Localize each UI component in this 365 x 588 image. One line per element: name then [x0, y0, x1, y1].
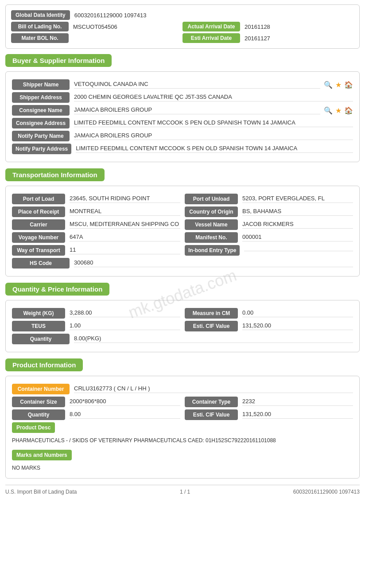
teus-cif-row: TEUS 1.00 Esti. CIF Value 131,520.00: [12, 321, 353, 331]
container-size-half: Container Size 2000*806*800: [12, 397, 180, 407]
transportation-card: Port of Load 23645, SOUTH RIDING POINT P…: [5, 186, 360, 276]
teus-label: TEUS: [12, 321, 65, 331]
notify-party-address-label: Notify Party Address: [12, 144, 71, 154]
quantity-label: Quantity: [12, 334, 70, 344]
product-qty-label: Quantity: [12, 409, 65, 420]
manifest-no-label: Manifest No.: [185, 232, 238, 243]
product-cif-value: 131,520.00: [242, 411, 353, 419]
consignee-search-icon[interactable]: 🔍: [324, 106, 333, 115]
esti-arrival-value: 20161127: [245, 35, 354, 42]
port-of-load-label: Port of Load: [12, 194, 65, 204]
way-of-transport-value: 11: [70, 246, 180, 254]
weight-half: Weight (KG) 3,288.00: [12, 308, 180, 319]
home-icon[interactable]: 🏠: [344, 81, 353, 89]
transportation-header: Transportation Information: [5, 168, 105, 181]
in-bond-half: In-bond Entry Type: [185, 245, 353, 256]
consignee-star-icon[interactable]: ★: [335, 106, 342, 115]
buyer-supplier-card: Shipper Name VETOQUINOL CANADA INC 🔍 ★ 🏠…: [5, 71, 360, 162]
carrier-vessel-row: Carrier MSCU, MEDITERRANEAN SHIPPING CO …: [12, 219, 353, 230]
port-of-unload-label: Port of Unload: [185, 194, 238, 204]
consignee-address-label: Consignee Address: [12, 118, 70, 129]
container-type-label: Container Type: [185, 397, 238, 407]
vessel-name-half: Vessel Name JACOB RICKMERS: [185, 219, 353, 230]
port-row: Port of Load 23645, SOUTH RIDING POINT P…: [12, 194, 353, 204]
footer-center: 1 / 1: [180, 489, 190, 495]
footer-left: U.S. Import Bill of Lading Data: [5, 489, 77, 495]
esti-arrival-label: Esti Arrival Date: [182, 33, 240, 43]
consignee-name-label: Consignee Name: [12, 105, 70, 116]
product-cif-half: Esti. CIF Value 131,520.00: [185, 409, 353, 420]
shipper-name-value: VETOQUINOL CANADA INC: [74, 81, 320, 89]
carrier-half: Carrier MSCU, MEDITERRANEAN SHIPPING CO: [12, 219, 180, 230]
bol-value: MSCUOT054506: [73, 23, 182, 30]
port-of-unload-half: Port of Unload 5203, PORT EVERGLADES, FL: [185, 194, 353, 204]
consignee-address-value: LIMITED FEEDMILL CONTENT MCCOOK S PEN OL…: [74, 119, 353, 127]
product-header: Product Information: [5, 358, 83, 371]
weight-measure-row: Weight (KG) 3,288.00 Measure in CM 0.00: [12, 308, 353, 319]
country-of-origin-half: Country of Origin BS, BAHAMAS: [185, 206, 353, 217]
voyage-number-label: Voyage Number: [12, 232, 65, 243]
product-cif-label: Esti. CIF Value: [185, 409, 238, 420]
product-qty-cif-row: Quantity 8.00 Esti. CIF Value 131,520.00: [12, 409, 353, 420]
vessel-name-value: JACOB RICKMERS: [242, 221, 353, 229]
search-icon[interactable]: 🔍: [324, 81, 333, 89]
vessel-name-label: Vessel Name: [185, 219, 238, 230]
port-of-unload-value: 5203, PORT EVERGLADES, FL: [242, 195, 353, 203]
container-size-label: Container Size: [12, 397, 65, 407]
measure-half: Measure in CM 0.00: [185, 308, 353, 319]
product-section: Product Information Container Number CRL…: [5, 358, 360, 479]
place-of-receipt-value: MONTREAL: [70, 208, 180, 216]
country-of-origin-value: BS, BAHAMAS: [242, 208, 353, 216]
marks-text: NO MARKS: [12, 463, 353, 473]
shipper-name-row: Shipper Name VETOQUINOL CANADA INC 🔍 ★ 🏠: [12, 79, 353, 90]
esti-cif-half: Esti. CIF Value 131,520.00: [185, 321, 353, 331]
consignee-name-value: JAMAICA BROILERS GROUP: [74, 106, 320, 114]
consignee-name-icons: 🔍 ★ 🏠: [324, 106, 353, 115]
consignee-name-row: Consignee Name JAMAICA BROILERS GROUP 🔍 …: [12, 105, 353, 116]
weight-label: Weight (KG): [12, 308, 65, 319]
mater-bol-label: Mater BOL No.: [11, 33, 69, 43]
shipper-address-label: Shipper Address: [12, 92, 70, 103]
country-of-origin-label: Country of Origin: [185, 206, 238, 217]
consignee-home-icon[interactable]: 🏠: [344, 106, 353, 115]
teus-value: 1.00: [70, 322, 180, 330]
place-of-receipt-label: Place of Receipt: [12, 206, 65, 217]
product-qty-value: 8.00: [70, 411, 180, 419]
in-bond-label: In-bond Entry Type: [185, 245, 240, 256]
notify-party-name-label: Notify Party Name: [12, 131, 70, 141]
esti-cif-label: Esti. CIF Value: [185, 321, 238, 331]
product-card: Container Number CRLU3162773 ( CN / L / …: [5, 376, 360, 479]
in-bond-value: [244, 250, 353, 251]
transportation-section: Transportation Information Port of Load …: [5, 168, 360, 276]
receipt-origin-row: Place of Receipt MONTREAL Country of Ori…: [12, 206, 353, 217]
manifest-half: Manifest No. 000001: [185, 232, 353, 243]
global-data-label: Global Data Identity: [11, 10, 70, 20]
buyer-supplier-section: Buyer & Supplier Information Shipper Nam…: [5, 54, 360, 162]
way-of-transport-half: Way of Transport 11: [12, 245, 180, 256]
port-of-load-value: 23645, SOUTH RIDING POINT: [70, 195, 180, 203]
port-of-load-half: Port of Load 23645, SOUTH RIDING POINT: [12, 194, 180, 204]
esti-cif-value: 131,520.00: [242, 322, 353, 330]
product-desc-block: Product Desc PHARMACEUTICALS - / SKIDS O…: [12, 422, 353, 445]
teus-half: TEUS 1.00: [12, 321, 180, 331]
container-number-value: CRLU3162773 ( CN / L / HH ): [74, 385, 353, 393]
product-desc-text: PHARMACEUTICALS - / SKIDS OF VETERINARY …: [12, 436, 353, 445]
mater-bol-row: Mater BOL No. Esti Arrival Date 20161127: [11, 33, 354, 43]
page-wrapper: Global Data Identity 600320161129000 109…: [0, 0, 365, 588]
notify-party-name-row: Notify Party Name JAMAICA BROILERS GROUP: [12, 131, 353, 141]
measure-value: 0.00: [242, 309, 353, 317]
bol-row: Bill of Lading No. MSCUOT054506 Actual A…: [11, 22, 354, 31]
bol-label: Bill of Lading No.: [11, 22, 69, 31]
shipper-name-icons: 🔍 ★ 🏠: [324, 81, 353, 89]
star-icon[interactable]: ★: [335, 81, 342, 89]
quantity-price-card: Weight (KG) 3,288.00 Measure in CM 0.00 …: [5, 300, 360, 352]
quantity-value: 8.00(PKG): [74, 335, 353, 343]
voyage-manifest-row: Voyage Number 647A Manifest No. 000001: [12, 232, 353, 243]
container-type-half: Container Type 2232: [185, 397, 353, 407]
marks-label: Marks and Numbers: [12, 450, 72, 460]
manifest-no-value: 000001: [242, 234, 353, 241]
place-of-receipt-half: Place of Receipt MONTREAL: [12, 206, 180, 217]
quantity-price-header: Quantity & Price Information: [5, 283, 109, 296]
notify-party-address-row: Notify Party Address LIMITED FEEDMILL CO…: [12, 144, 353, 154]
buyer-supplier-header: Buyer & Supplier Information: [5, 54, 112, 67]
